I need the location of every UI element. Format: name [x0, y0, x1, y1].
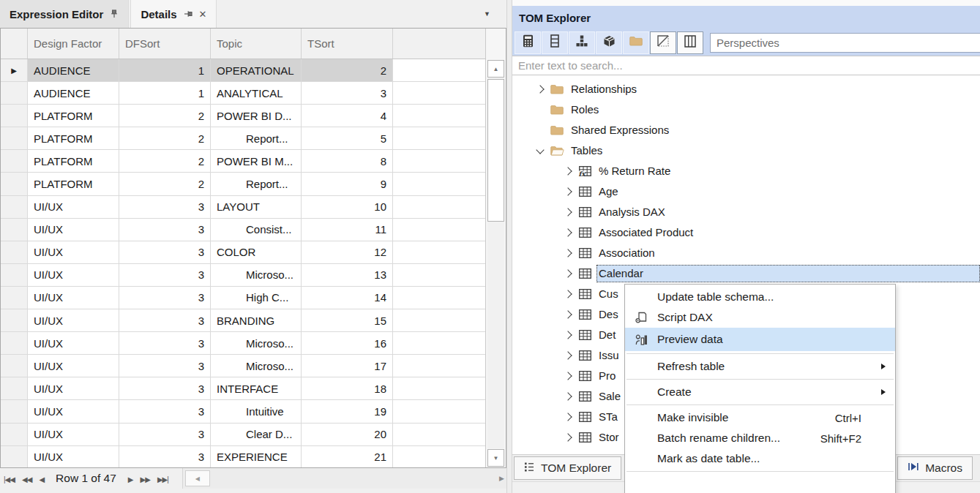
- cell-design-factor[interactable]: UI/UX: [28, 355, 119, 377]
- scroll-right-button[interactable]: ▶: [499, 475, 504, 482]
- table-row[interactable]: ▶AUDIENCE1OPERATIONAL2: [1, 59, 485, 82]
- chevron-right-icon[interactable]: [562, 332, 574, 338]
- cell-topic[interactable]: Microso...: [211, 355, 302, 377]
- chevron-right-icon[interactable]: [562, 168, 574, 174]
- cell-design-factor[interactable]: UI/UX: [28, 332, 119, 355]
- tree-item-age[interactable]: Age: [512, 181, 980, 202]
- cell-topic[interactable]: OPERATIONAL: [211, 59, 302, 82]
- toolbar-button-vertical-bars-icon[interactable]: [677, 31, 703, 54]
- prev-page-button[interactable]: ◀◀: [22, 475, 31, 483]
- table-row[interactable]: PLATFORM2POWER BI D...4: [1, 105, 485, 127]
- cell-topic[interactable]: Microso...: [211, 332, 302, 355]
- cell-dfsort[interactable]: 1: [119, 59, 211, 82]
- table-row[interactable]: AUDIENCE1ANALYTICAL3: [1, 82, 485, 105]
- cell-dfsort[interactable]: 3: [119, 332, 211, 355]
- cell-dfsort[interactable]: 2: [119, 173, 211, 195]
- tab-tom-explorer[interactable]: TOM Explorer: [514, 456, 621, 480]
- toolbar-button-hierarchy-icon[interactable]: [569, 31, 595, 54]
- row-header-cell[interactable]: [1, 424, 28, 446]
- table-row[interactable]: UI/UX3LAYOUT10: [1, 196, 485, 219]
- toolbar-button-crossed-box-icon[interactable]: [650, 31, 676, 54]
- tree-item-shared-expressions[interactable]: Shared Expressions: [512, 120, 980, 140]
- tree-item-relationships[interactable]: Relationships: [512, 79, 980, 99]
- table-row[interactable]: PLATFORM2Report...9: [1, 173, 485, 195]
- cell-tsort[interactable]: 17: [302, 355, 393, 377]
- chevron-right-icon[interactable]: [562, 230, 574, 236]
- cell-topic[interactable]: BRANDING: [211, 309, 302, 332]
- cell-dfsort[interactable]: 2: [119, 105, 211, 127]
- chevron-right-icon[interactable]: [562, 291, 574, 297]
- scrollbar-track[interactable]: [487, 78, 504, 448]
- row-header-cell[interactable]: [1, 196, 28, 219]
- cell-tsort[interactable]: 2: [302, 59, 393, 82]
- row-header-cell[interactable]: [1, 150, 28, 173]
- cell-design-factor[interactable]: PLATFORM: [28, 127, 119, 150]
- tree-item-associated-product[interactable]: Associated Product: [512, 222, 980, 243]
- table-row[interactable]: UI/UX3Clear D...20: [1, 424, 485, 446]
- cell-topic[interactable]: COLOR: [211, 241, 302, 264]
- cell-design-factor[interactable]: UI/UX: [28, 424, 119, 446]
- cell-tsort[interactable]: 10: [302, 196, 393, 219]
- table-row[interactable]: UI/UX3Microso...17: [1, 355, 485, 377]
- row-header-cell[interactable]: [1, 377, 28, 400]
- tree-item-tables[interactable]: Tables: [512, 140, 980, 161]
- row-header-cell[interactable]: [1, 105, 28, 127]
- cell-tsort[interactable]: 11: [302, 219, 393, 241]
- cell-topic[interactable]: Report...: [211, 127, 302, 150]
- row-header-cell[interactable]: [1, 82, 28, 105]
- menu-item-mark-as-date-table[interactable]: Mark as date table...: [625, 448, 895, 469]
- cell-dfsort[interactable]: 3: [119, 424, 211, 446]
- vertical-scrollbar[interactable]: ▲ ▼: [485, 29, 506, 467]
- horizontal-scrollbar[interactable]: ◀ ▶: [182, 468, 506, 489]
- cell-dfsort[interactable]: 3: [119, 446, 211, 467]
- horizontal-scrollbar-thumb[interactable]: ◀: [185, 470, 210, 486]
- tab-expression-editor[interactable]: Expression Editor: [0, 0, 129, 28]
- tree-item-roles[interactable]: Roles: [512, 99, 980, 120]
- cell-topic[interactable]: Consist...: [211, 219, 302, 241]
- table-row[interactable]: UI/UX3INTERFACE18: [1, 377, 485, 400]
- cell-dfsort[interactable]: 3: [119, 400, 211, 423]
- table-row[interactable]: UI/UX3EXPERIENCE21: [1, 446, 485, 467]
- row-header-cell[interactable]: [1, 446, 28, 467]
- chevron-right-icon[interactable]: [562, 209, 574, 215]
- chevron-right-icon[interactable]: [562, 434, 574, 440]
- tree-item-calendar[interactable]: Calendar: [512, 263, 980, 284]
- tab-details[interactable]: Details ✕: [130, 0, 217, 28]
- cell-dfsort[interactable]: 3: [119, 264, 211, 287]
- toolbar-button-column-icon[interactable]: [542, 31, 568, 54]
- search-input[interactable]: [512, 56, 980, 75]
- table-row[interactable]: UI/UX3Microso...13: [1, 264, 485, 287]
- chevron-right-icon[interactable]: [562, 271, 574, 276]
- cell-topic[interactable]: POWER BI M...: [211, 150, 302, 173]
- row-header-cell[interactable]: [1, 400, 28, 423]
- cell-tsort[interactable]: 13: [302, 264, 393, 287]
- menu-item-preview-data[interactable]: Preview data: [625, 328, 895, 351]
- cell-tsort[interactable]: 16: [302, 332, 393, 355]
- tab-macros[interactable]: Macros: [897, 456, 973, 480]
- chevron-down-icon[interactable]: [534, 149, 546, 153]
- row-header-cell[interactable]: [1, 127, 28, 150]
- cell-tsort[interactable]: 8: [302, 150, 393, 173]
- menu-item-update-table-schema[interactable]: Update table schema...: [625, 287, 895, 307]
- column-header-topic[interactable]: Topic: [211, 29, 302, 59]
- pin-icon[interactable]: [184, 8, 192, 20]
- cell-topic[interactable]: EXPERIENCE: [211, 446, 302, 467]
- cell-tsort[interactable]: 18: [302, 377, 393, 400]
- table-row[interactable]: UI/UX3High C...14: [1, 287, 485, 309]
- close-icon[interactable]: ✕: [199, 10, 207, 19]
- toolbar-button-calculator-icon[interactable]: [515, 31, 541, 54]
- row-header-cell[interactable]: [1, 332, 28, 355]
- prev-record-button[interactable]: ◀: [39, 475, 44, 483]
- next-page-button[interactable]: ▶▶: [141, 475, 150, 483]
- row-header-cell[interactable]: [1, 219, 28, 241]
- table-row[interactable]: UI/UX3COLOR12: [1, 241, 485, 264]
- chevron-right-icon[interactable]: [534, 86, 546, 92]
- cell-tsort[interactable]: 3: [302, 82, 393, 105]
- cell-tsort[interactable]: 5: [302, 127, 393, 150]
- tree-item-association[interactable]: Association: [512, 243, 980, 263]
- cell-dfsort[interactable]: 3: [119, 241, 211, 264]
- cell-tsort[interactable]: 21: [302, 446, 393, 467]
- table-row[interactable]: UI/UX3Microso...16: [1, 332, 485, 355]
- toolbar-button-cube-icon[interactable]: [596, 31, 622, 54]
- cell-dfsort[interactable]: 2: [119, 150, 211, 173]
